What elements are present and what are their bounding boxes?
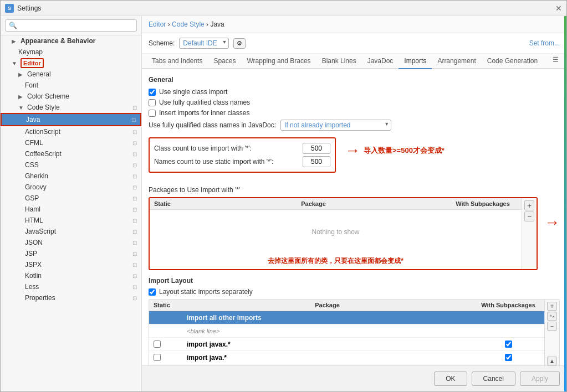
layout-remove-button[interactable]: −: [547, 322, 557, 331]
scheme-select[interactable]: Default IDE: [179, 38, 229, 49]
sync-icon: ⊡: [132, 229, 137, 235]
lr-subpackages-cb-java[interactable]: [505, 354, 512, 361]
tab-javadoc[interactable]: JavaDoc: [362, 54, 399, 69]
sidebar-item-less[interactable]: Less ⊡: [1, 281, 141, 292]
sync-icon: ⊡: [132, 251, 137, 257]
sync-icon: ⊡: [132, 162, 137, 168]
sidebar-item-label: Keymap: [18, 48, 43, 56]
tab-imports[interactable]: Imports: [399, 54, 432, 69]
packages-add-button[interactable]: +: [524, 200, 534, 210]
class-count-input[interactable]: [303, 143, 330, 154]
sidebar-item-coffeescript[interactable]: CoffeeScript ⊡: [1, 148, 141, 159]
main-panel: Editor › Code Style › Java Scheme: Defau…: [142, 16, 566, 391]
sync-icon: ⊡: [132, 140, 137, 146]
insert-imports-checkbox[interactable]: [149, 110, 156, 117]
sidebar-item-groovy[interactable]: Groovy ⊡: [1, 182, 141, 193]
sidebar-item-font[interactable]: Font: [1, 80, 141, 91]
sidebar-item-gsp[interactable]: GSP ⊡: [1, 193, 141, 204]
tabs-row: Tabs and Indents Spaces Wrapping and Bra…: [142, 54, 566, 69]
layout-add-n-button[interactable]: +ₙ: [547, 312, 557, 321]
names-count-input[interactable]: [303, 156, 330, 167]
sync-icon: ⊡: [132, 105, 137, 111]
layout-row-javax[interactable]: import javax.*: [149, 338, 544, 351]
import-layout-section: Import Layout Layout static imports sepa…: [149, 277, 560, 365]
accent-bar: [564, 16, 566, 391]
sidebar-item-label: Java: [26, 116, 40, 123]
sidebar-item-kotlin[interactable]: Kotlin ⊡: [1, 270, 141, 281]
tab-menu-button[interactable]: ☰: [549, 54, 562, 68]
tab-wrapping[interactable]: Wrapping and Braces: [241, 54, 316, 69]
sync-icon: ⊡: [132, 273, 137, 279]
sidebar-item-appearance-behavior[interactable]: ▶ Appearance & Behavior: [1, 35, 141, 47]
breadcrumb-code-style[interactable]: Code Style: [172, 20, 205, 28]
breadcrumb-editor[interactable]: Editor: [149, 20, 166, 28]
sidebar-item-properties[interactable]: Properties ⊡: [1, 292, 141, 303]
sidebar-item-color-scheme[interactable]: ▶ Color Scheme: [1, 91, 141, 102]
tab-blank-lines[interactable]: Blank Lines: [316, 54, 362, 69]
col-header-package: Package: [183, 200, 444, 207]
layout-row-blank1: <blank line>: [149, 324, 544, 338]
layout-table: Static Package With Subpackages: [149, 299, 560, 365]
fully-qualified-checkbox[interactable]: [149, 99, 156, 106]
apply-button[interactable]: Apply: [520, 372, 560, 386]
sidebar-item-haml[interactable]: Haml ⊡: [1, 204, 141, 215]
sync-icon: ⊡: [132, 262, 137, 268]
tab-arrangement[interactable]: Arrangement: [432, 54, 481, 69]
layout-col-subpackages: With Subpackages: [472, 302, 544, 308]
fqn-row: Use fully qualified class names in JavaD…: [149, 120, 560, 131]
sync-icon: ⊡: [132, 295, 137, 301]
sidebar-item-actionscript[interactable]: ActionScript ⊡: [1, 126, 141, 137]
sidebar-item-cfml[interactable]: CFML ⊡: [1, 137, 141, 148]
count-annotation: 导入数量>=500才会变成*: [364, 146, 445, 156]
layout-static-checkbox[interactable]: [149, 288, 156, 296]
sidebar-item-code-style[interactable]: ▼ Code Style ⊡: [1, 102, 141, 113]
arrow-icon: ▼: [12, 60, 18, 66]
lr-static-javax: [149, 341, 182, 348]
sidebar-item-gherkin[interactable]: Gherkin ⊡: [1, 171, 141, 182]
packages-remove-button[interactable]: −: [524, 212, 534, 221]
ok-button[interactable]: OK: [434, 372, 467, 386]
layout-static-label: Layout static imports separately: [159, 288, 253, 296]
sidebar-item-css[interactable]: CSS ⊡: [1, 159, 141, 171]
sidebar-item-html[interactable]: HTML ⊡: [1, 215, 141, 226]
lr-static-all-other: [149, 314, 182, 321]
sidebar-item-label: JSP: [25, 250, 37, 257]
scheme-gear-button[interactable]: ⚙: [233, 38, 246, 49]
layout-scroll-up-button[interactable]: ▲: [547, 357, 557, 365]
sidebar-item-keymap[interactable]: Keymap: [1, 47, 141, 58]
search-input[interactable]: [5, 19, 137, 32]
layout-add-button[interactable]: +: [547, 302, 557, 311]
sidebar-item-general[interactable]: ▶ General: [1, 69, 141, 80]
lr-package-java: import java.*: [182, 352, 472, 363]
close-button[interactable]: ✕: [555, 4, 562, 13]
layout-static-cb-java[interactable]: [154, 354, 161, 361]
sidebar-item-java[interactable]: Java ⊡: [1, 113, 141, 126]
sidebar-item-label: CoffeeScript: [25, 150, 62, 158]
sync-icon: ⊡: [132, 218, 137, 224]
sidebar-item-javascript[interactable]: JavaScript ⊡: [1, 226, 141, 237]
layout-col-static: Static: [149, 302, 182, 308]
layout-row-java[interactable]: import java.*: [149, 351, 544, 364]
layout-static-cb-javax[interactable]: [154, 341, 161, 348]
layout-table-header: Static Package With Subpackages: [149, 300, 544, 311]
red-arrow-count: →: [345, 142, 360, 159]
sidebar-item-editor[interactable]: ▼ Editor: [1, 58, 141, 69]
sidebar-item-jspx[interactable]: JSPX ⊡: [1, 259, 141, 270]
layout-row-all-other[interactable]: import all other imports: [149, 311, 544, 324]
sidebar-item-jsp[interactable]: JSP ⊡: [1, 248, 141, 259]
set-from-link[interactable]: Set from...: [529, 39, 560, 47]
tab-spaces[interactable]: Spaces: [208, 54, 241, 69]
lr-subpackages-cb-javax[interactable]: [505, 341, 512, 348]
sidebar-item-json[interactable]: JSON ⊡: [1, 237, 141, 248]
tab-tabs-indents[interactable]: Tabs and Indents: [146, 54, 208, 69]
cancel-button[interactable]: Cancel: [472, 372, 515, 386]
sidebar-item-label: Groovy: [25, 183, 47, 191]
fqn-select-wrapper: If not already imported: [280, 120, 391, 131]
sidebar-item-label: Color Scheme: [27, 92, 69, 100]
fqn-select[interactable]: If not already imported: [280, 120, 391, 131]
tab-code-generation[interactable]: Code Generation: [482, 54, 543, 69]
lr-text-blank1: <blank line>: [187, 328, 219, 334]
insert-imports-label: Insert imports for inner classes: [159, 109, 249, 117]
sync-icon: ⊡: [131, 117, 136, 123]
single-import-checkbox[interactable]: [149, 89, 156, 96]
